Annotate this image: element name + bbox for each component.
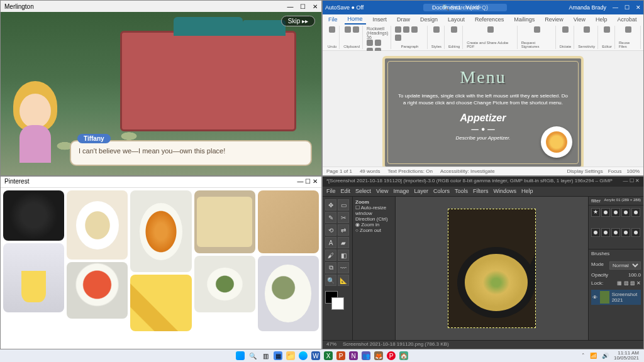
- brush-preset[interactable]: [611, 228, 620, 237]
- tab-help[interactable]: Help: [592, 15, 611, 24]
- image-canvas[interactable]: [448, 209, 536, 328]
- widgets-icon[interactable]: ▦: [274, 351, 282, 360]
- text-tool-icon[interactable]: A: [325, 237, 336, 248]
- word-icon[interactable]: W: [311, 351, 320, 360]
- tab-mailings[interactable]: Mailings: [511, 15, 538, 24]
- ribbon-adobe-create[interactable]: Create and Share Adobe PDF: [464, 26, 517, 49]
- pin-image[interactable]: [194, 256, 255, 312]
- brush-preset[interactable]: [601, 208, 610, 217]
- start-icon[interactable]: [236, 351, 245, 360]
- rect-select-icon[interactable]: ▭: [338, 199, 349, 211]
- ribbon-adobe-sign[interactable]: Request Signatures: [519, 26, 556, 49]
- minimize-icon[interactable]: —: [613, 4, 618, 11]
- tab-home[interactable]: Home: [345, 14, 366, 25]
- tab-references[interactable]: References: [472, 15, 507, 24]
- brush-preset[interactable]: [611, 208, 620, 217]
- pinterest-grid[interactable]: [1, 188, 321, 349]
- status-accessibility[interactable]: Accessibility: Investigate: [440, 168, 495, 174]
- pinterest-taskbar-icon[interactable]: P: [387, 351, 396, 360]
- pinterest-titlebar[interactable]: Pinterest — ☐ ✕: [1, 177, 321, 188]
- tab-acrobat[interactable]: Acrobat: [614, 15, 640, 24]
- lock-icons[interactable]: ▦ ▨ ▧ ✕: [617, 280, 641, 286]
- pin-image[interactable]: [67, 262, 128, 319]
- autosave-toggle[interactable]: AutoSave ● Off: [325, 4, 364, 11]
- mode-select[interactable]: Normal: [609, 261, 641, 270]
- brushes-tab-label[interactable]: Brushes: [589, 250, 643, 258]
- onenote-icon[interactable]: N: [349, 351, 358, 360]
- ribbon-editor[interactable]: Editor: [599, 26, 615, 49]
- opacity-value[interactable]: 100.0: [628, 272, 641, 278]
- document-canvas[interactable]: Menu To update images, single click with…: [323, 51, 643, 167]
- flip-tool-icon[interactable]: ⇄: [338, 224, 349, 236]
- ribbon-styles[interactable]: Styles: [429, 26, 445, 49]
- tab-layout[interactable]: Layout: [445, 15, 468, 24]
- plate-image[interactable]: [541, 126, 572, 158]
- word-titlebar[interactable]: AutoSave ● Off 🔍 Search (Alt+Q) Document…: [323, 1, 643, 14]
- game-taskbar-icon[interactable]: 🏠: [399, 351, 408, 360]
- brush-preset[interactable]: [631, 208, 640, 217]
- menu-template[interactable]: Menu To update images, single click with…: [382, 56, 584, 167]
- pin-image[interactable]: [67, 190, 128, 260]
- status-words[interactable]: 49 words: [360, 168, 380, 174]
- menu-file[interactable]: File: [326, 188, 336, 195]
- status-zoom[interactable]: 100%: [627, 168, 640, 174]
- ribbon-dictate[interactable]: Dictate: [557, 26, 575, 49]
- excel-icon[interactable]: X: [324, 351, 333, 360]
- wifi-icon[interactable]: 📶: [590, 353, 597, 359]
- menu-help[interactable]: Help: [521, 188, 533, 195]
- ribbon-editing[interactable]: Editing: [446, 26, 463, 49]
- brush-preset[interactable]: [621, 228, 630, 237]
- menu-layer[interactable]: Layer: [414, 188, 428, 195]
- menu-image[interactable]: Image: [393, 188, 409, 195]
- tab-review[interactable]: Review: [541, 15, 567, 24]
- menu-select[interactable]: Select: [355, 188, 371, 195]
- menu-filters[interactable]: Filters: [473, 188, 489, 195]
- volume-icon[interactable]: 🔊: [602, 353, 609, 359]
- explorer-icon[interactable]: 📁: [286, 351, 295, 360]
- eraser-tool-icon[interactable]: ◧: [338, 250, 349, 261]
- brush-preset[interactable]: [591, 208, 600, 217]
- opt-zoom-in[interactable]: ◉ Zoom in: [355, 222, 392, 228]
- bucket-tool-icon[interactable]: ▰: [338, 237, 349, 248]
- ribbon-reuse[interactable]: Reuse Files: [616, 26, 641, 49]
- game-titlebar[interactable]: Merlington — ☐ ✕: [1, 1, 321, 12]
- pin-image[interactable]: [258, 190, 319, 253]
- ribbon-clipboard[interactable]: Clipboard: [341, 26, 363, 49]
- minimize-icon[interactable]: —: [623, 178, 628, 184]
- pin-image[interactable]: [130, 190, 191, 272]
- minimize-icon[interactable]: —: [287, 3, 293, 10]
- move-tool-icon[interactable]: ✥: [325, 199, 336, 211]
- maximize-icon[interactable]: ☐: [305, 178, 311, 185]
- close-icon[interactable]: ✕: [313, 3, 318, 10]
- tab-design[interactable]: Design: [417, 15, 441, 24]
- maximize-icon[interactable]: ☐: [300, 3, 306, 10]
- pin-image[interactable]: [3, 190, 64, 241]
- chevron-up-icon[interactable]: ˄: [582, 353, 585, 359]
- maximize-icon[interactable]: ☐: [630, 178, 634, 184]
- layer-name[interactable]: Screenshot 2021: [612, 292, 640, 303]
- status-predictions[interactable]: Text Predictions: On: [387, 168, 433, 174]
- brush-preset[interactable]: [591, 228, 600, 237]
- close-icon[interactable]: ✕: [313, 178, 318, 185]
- user-name[interactable]: Amanda Brady: [569, 4, 606, 11]
- ribbon-font[interactable]: Rockwell (Headings) 36Font: [364, 26, 391, 49]
- ribbon-sensitivity[interactable]: Sensitivity: [575, 26, 598, 49]
- menu-tools[interactable]: Tools: [455, 188, 468, 195]
- tab-view[interactable]: View: [570, 15, 589, 24]
- opt-autoresize[interactable]: ☐ Auto-resize window: [355, 205, 392, 216]
- gimp-taskbar-icon[interactable]: 🦊: [374, 351, 383, 360]
- smudge-tool-icon[interactable]: 〰: [338, 262, 349, 273]
- menu-colors[interactable]: Colors: [433, 188, 450, 195]
- rotate-tool-icon[interactable]: ⟲: [325, 224, 336, 236]
- pin-image[interactable]: [258, 256, 319, 331]
- free-select-icon[interactable]: ✎: [325, 212, 336, 223]
- ribbon-paragraph[interactable]: Paragraph: [392, 26, 427, 49]
- zoom-tool-icon[interactable]: 🔍: [325, 275, 336, 286]
- tab-file[interactable]: File: [325, 15, 341, 24]
- pin-image[interactable]: [3, 243, 64, 312]
- fg-bg-colors[interactable]: [325, 291, 344, 310]
- crop-tool-icon[interactable]: ✂: [338, 212, 349, 223]
- clone-tool-icon[interactable]: ⧉: [325, 262, 336, 273]
- brush-tool-icon[interactable]: 🖌: [325, 250, 336, 261]
- ribbon-undo[interactable]: Undo: [325, 26, 340, 49]
